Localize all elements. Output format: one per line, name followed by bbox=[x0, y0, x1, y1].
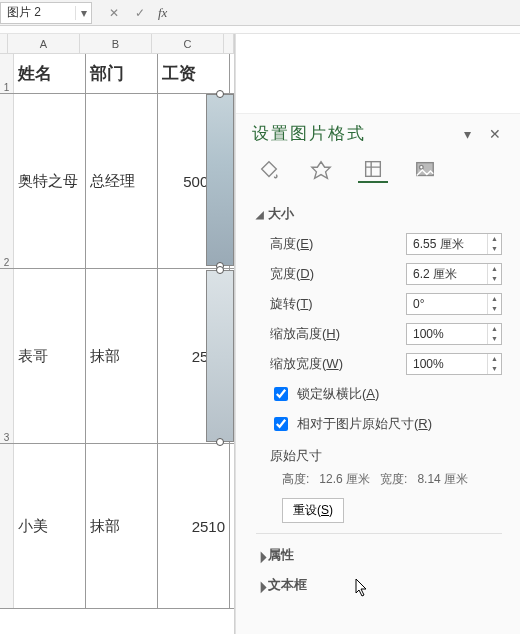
close-icon[interactable]: ✕ bbox=[486, 125, 504, 143]
table-row: 2 奥特之母 总经理 50000 bbox=[0, 94, 234, 269]
original-size-values: 高度: 12.6 厘米 宽度: 8.14 厘米 bbox=[256, 467, 502, 492]
confirm-icon[interactable]: ✓ bbox=[132, 5, 148, 21]
svg-point-3 bbox=[420, 165, 424, 169]
cancel-icon[interactable]: ✕ bbox=[106, 5, 122, 21]
resize-handle[interactable] bbox=[216, 90, 224, 98]
width-label: 宽度(D) bbox=[270, 265, 406, 283]
cell-name[interactable]: 奥特之母 bbox=[14, 94, 86, 268]
relative-original-row: 相对于图片原始尺寸(R) bbox=[256, 409, 502, 439]
chevron-down-icon[interactable]: ▾ bbox=[458, 125, 476, 143]
table-row: 3 表哥 抹部 2500 bbox=[0, 269, 234, 444]
rotate-label: 旋转(T) bbox=[270, 295, 406, 313]
size-section-toggle[interactable]: ◢ 大小 bbox=[256, 199, 502, 229]
svg-rect-1 bbox=[366, 162, 381, 177]
col-header-a[interactable]: A bbox=[8, 34, 80, 53]
svg-marker-0 bbox=[312, 162, 330, 179]
select-all-corner[interactable] bbox=[0, 34, 8, 53]
original-size-header: 原始尺寸 bbox=[256, 439, 502, 467]
name-box[interactable]: 图片 2 ▾ bbox=[0, 2, 92, 24]
cell-header-name[interactable]: 姓名 bbox=[14, 54, 86, 93]
fx-area: ✕ ✓ fx bbox=[92, 5, 167, 21]
cell-name[interactable]: 表哥 bbox=[14, 269, 86, 443]
format-tabs bbox=[236, 151, 520, 189]
effects-tab-icon[interactable] bbox=[306, 157, 336, 183]
cell-dept[interactable]: 抹部 bbox=[86, 444, 158, 608]
column-headers: A B C bbox=[0, 34, 234, 54]
row-header-3[interactable]: 3 bbox=[0, 269, 14, 443]
relative-original-checkbox[interactable] bbox=[274, 417, 288, 431]
rotate-row: 旋转(T) 0° ▲▼ bbox=[256, 289, 502, 319]
selected-picture-2[interactable] bbox=[206, 270, 234, 442]
spinner-arrows[interactable]: ▲▼ bbox=[487, 354, 501, 374]
scale-height-label: 缩放高度(H) bbox=[270, 325, 406, 343]
width-input[interactable]: 6.2 厘米 ▲▼ bbox=[406, 263, 502, 285]
cell-dept[interactable]: 总经理 bbox=[86, 94, 158, 268]
divider bbox=[256, 533, 502, 534]
triangle-down-icon: ◢ bbox=[256, 209, 268, 220]
height-input[interactable]: 6.55 厘米 ▲▼ bbox=[406, 233, 502, 255]
attributes-label: 属性 bbox=[268, 546, 294, 564]
cell-salary[interactable]: 2510 bbox=[158, 444, 230, 608]
lock-aspect-label: 锁定纵横比(A) bbox=[297, 385, 379, 403]
lock-aspect-checkbox[interactable] bbox=[274, 387, 288, 401]
picture-tab-icon[interactable] bbox=[410, 157, 440, 183]
fill-tab-icon[interactable] bbox=[254, 157, 284, 183]
height-row: 高度(E) 6.55 厘米 ▲▼ bbox=[256, 229, 502, 259]
width-row: 宽度(D) 6.2 厘米 ▲▼ bbox=[256, 259, 502, 289]
panel-title: 设置图片格式 bbox=[252, 122, 448, 145]
panel-blank-top bbox=[236, 34, 520, 114]
scale-height-input[interactable]: 100% ▲▼ bbox=[406, 323, 502, 345]
spinner-arrows[interactable]: ▲▼ bbox=[487, 264, 501, 284]
table-row: 小美 抹部 2510 bbox=[0, 444, 234, 609]
cell-header-dept[interactable]: 部门 bbox=[86, 54, 158, 93]
col-header-b[interactable]: B bbox=[80, 34, 152, 53]
spinner-arrows[interactable]: ▲▼ bbox=[487, 324, 501, 344]
reset-button[interactable]: 重设(S) bbox=[282, 498, 344, 523]
spinner-arrows[interactable]: ▲▼ bbox=[487, 294, 501, 314]
resize-handle[interactable] bbox=[216, 438, 224, 446]
attributes-section-toggle[interactable]: ◢ 属性 bbox=[256, 540, 502, 570]
textbox-label: 文本框 bbox=[268, 576, 307, 594]
panel-header: 设置图片格式 ▾ ✕ bbox=[236, 114, 520, 151]
formula-bar-row: 图片 2 ▾ ✕ ✓ fx bbox=[0, 0, 520, 26]
selected-picture-1[interactable] bbox=[206, 94, 234, 266]
rotate-input[interactable]: 0° ▲▼ bbox=[406, 293, 502, 315]
row-header-1[interactable]: 1 bbox=[0, 54, 14, 93]
formula-input-row[interactable] bbox=[0, 26, 520, 34]
table-header-row: 1 姓名 部门 工资 bbox=[0, 54, 234, 94]
scale-width-input[interactable]: 100% ▲▼ bbox=[406, 353, 502, 375]
spreadsheet-grid[interactable]: A B C 1 姓名 部门 工资 2 奥特之母 总经理 50000 3 表哥 抹… bbox=[0, 34, 235, 634]
cell-name[interactable]: 小美 bbox=[14, 444, 86, 608]
name-box-value: 图片 2 bbox=[1, 4, 75, 21]
size-tab-icon[interactable] bbox=[358, 157, 388, 183]
row-header-4[interactable] bbox=[0, 444, 14, 608]
cursor-icon bbox=[355, 578, 369, 598]
row-header-2[interactable]: 2 bbox=[0, 94, 14, 268]
col-header-c[interactable]: C bbox=[152, 34, 224, 53]
cell-header-salary[interactable]: 工资 bbox=[158, 54, 230, 93]
relative-original-label: 相对于图片原始尺寸(R) bbox=[297, 415, 432, 433]
scale-height-row: 缩放高度(H) 100% ▲▼ bbox=[256, 319, 502, 349]
cell-dept[interactable]: 抹部 bbox=[86, 269, 158, 443]
resize-handle[interactable] bbox=[216, 266, 224, 274]
textbox-section-toggle[interactable]: ◢ 文本框 bbox=[256, 570, 502, 600]
size-label: 大小 bbox=[268, 205, 294, 223]
chevron-down-icon[interactable]: ▾ bbox=[75, 6, 91, 20]
height-label: 高度(E) bbox=[270, 235, 406, 253]
fx-icon[interactable]: fx bbox=[158, 5, 167, 21]
lock-aspect-row: 锁定纵横比(A) bbox=[256, 379, 502, 409]
spinner-arrows[interactable]: ▲▼ bbox=[487, 234, 501, 254]
format-picture-pane: 设置图片格式 ▾ ✕ ◢ 大小 高度(E) bbox=[235, 34, 520, 634]
scale-width-row: 缩放宽度(W) 100% ▲▼ bbox=[256, 349, 502, 379]
col-header-d[interactable] bbox=[224, 34, 234, 53]
scale-width-label: 缩放宽度(W) bbox=[270, 355, 406, 373]
size-section: ◢ 大小 高度(E) 6.55 厘米 ▲▼ 宽度(D) 6.2 厘米 ▲▼ 旋转… bbox=[236, 189, 520, 604]
